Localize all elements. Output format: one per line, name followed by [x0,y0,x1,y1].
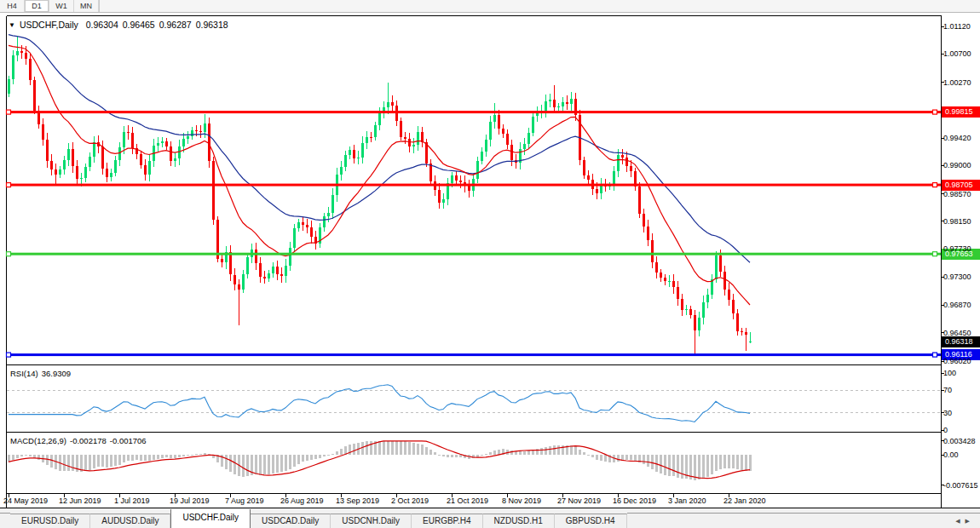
window-marker-icon: ▼ [9,21,15,29]
date-label-4: 7 Aug 2019 [225,496,264,505]
symbol-tab-eurgbp-h4[interactable]: EURGBP.H4 [412,514,483,528]
macd-axis-tick-1: 0.00 [943,451,980,459]
macd-label: MACD(12,26,9)-0.002178-0.001706 [10,436,150,445]
tab-bar-spacer [0,513,10,528]
date-label-0: 24 May 2019 [3,496,48,505]
date-label-5: 26 Aug 2019 [280,496,324,505]
date-label-2: 1 Jul 2019 [114,496,150,505]
date-label-11: 16 Dec 2019 [613,496,656,505]
tab-bar-filler [627,513,980,528]
tab-scroll-left-icon[interactable]: ◀ [955,518,965,524]
price-axis-tick-2: 1.00270 [943,78,980,87]
symbol-tab-usdcnh-daily[interactable]: USDCNH.Daily [331,514,412,528]
quote-open: 0.96304 [86,20,118,30]
price-axis-tick-5: 0.98570 [943,190,980,198]
date-label-10: 27 Nov 2019 [557,496,601,505]
tab-scroll-arrows: ◀▶ [955,518,975,525]
price-axis-tick-4: 0.99000 [943,161,980,169]
timeframe-bar: H4D1W1MN [0,0,980,13]
rsi-axis-tick-1: 70 [943,386,980,394]
price-axis-tick-0: 1.01120 [943,22,980,31]
mt4-window: H4D1W1MN ▼ USDCHF,Daily 0.96304 0.96465 … [0,0,980,528]
timeframe-button-d1[interactable]: D1 [25,0,49,12]
rsi-label: RSI(14)36.9309 [10,369,74,378]
symbol-tab-eurusd-daily[interactable]: EURUSD.Daily [10,514,90,528]
date-label-3: 19 Jul 2019 [170,496,210,505]
timeframe-button-h4[interactable]: H4 [0,0,25,12]
date-label-1: 12 Jun 2019 [59,496,101,505]
symbol-tab-gbpusd-h4[interactable]: GBPUSD.H4 [555,514,627,528]
price-axis-tick-6: 0.98150 [943,217,980,226]
symbol-tab-usdcad-daily[interactable]: USDCAD.Daily [251,514,331,528]
date-label-8: 21 Oct 2019 [447,496,488,505]
price-axis-tick-9: 0.96870 [943,301,980,309]
quote-close: 0.96318 [196,20,228,30]
symbol-tab-usdchf-daily[interactable]: USDCHF.Daily [170,509,251,528]
date-label-12: 3 Jan 2020 [668,496,706,505]
quote-high: 0.96465 [123,20,155,30]
timeframe-bar-separator [99,0,100,12]
tab-scroll-right-icon[interactable]: ▶ [966,518,975,524]
symbol-tab-bar: EURUSD.DailyAUDUSD.DailyUSDCHF.DailyUSDC… [0,508,980,528]
symbol-label: USDCHF,Daily [20,20,78,30]
rsi-name: RSI(14) [10,369,38,378]
date-label-13: 22 Jan 2020 [723,496,766,505]
price-axis-tick-3: 0.99420 [943,134,980,142]
chart-title: ▼ USDCHF,Daily 0.96304 0.96465 0.96287 0… [9,20,233,30]
macd-axis-tick-2: -0.007615 [943,481,980,490]
rsi-axis-tick-0: 100 [943,369,980,377]
date-label-6: 13 Sep 2019 [336,496,379,505]
rsi-axis-tick-2: 30 [943,409,980,417]
current-price-badge: 0.96318 [942,336,980,347]
price-axis-tick-11: 0.96020 [943,357,980,365]
price-axis-tick-8: 0.97300 [943,273,980,281]
price-axis-tick-1: 1.00700 [943,49,980,58]
rsi-axis-tick-3: 0 [943,426,980,434]
macd-value: -0.002178 [70,436,107,445]
quote-low: 0.96287 [159,20,192,30]
macd-signal-value: -0.001706 [110,436,147,445]
symbol-tab-audusd-daily[interactable]: AUDUSD.Daily [90,514,170,528]
price-axis-tick-7: 0.97730 [943,244,980,253]
timeframe-button-w1[interactable]: W1 [49,0,74,12]
timeframe-button-mn[interactable]: MN [74,0,99,12]
price-chart-canvas[interactable] [0,0,980,528]
symbol-tab-nzdusd-h1[interactable]: NZDUSD.H1 [483,514,555,528]
hline-price-badge-0: 0.99815 [942,106,980,118]
macd-axis-tick-0: 0.003428 [943,437,980,445]
date-label-7: 2 Oct 2019 [391,496,429,505]
date-label-9: 8 Nov 2019 [502,496,541,505]
rsi-value: 36.9309 [42,369,71,378]
macd-name: MACD(12,26,9) [10,436,66,445]
